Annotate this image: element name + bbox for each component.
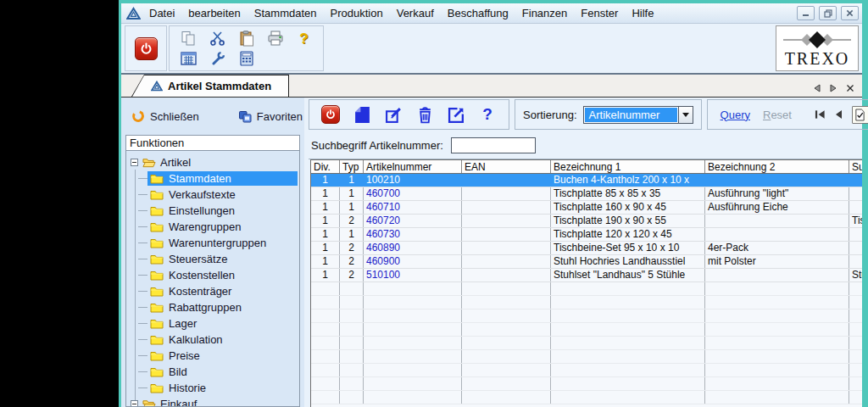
brand-logo: TREXO (776, 25, 859, 71)
table-cell (340, 377, 364, 390)
tab-artikel-stammdaten[interactable]: Artikel Stammdaten (131, 75, 289, 97)
cut-button[interactable] (209, 30, 226, 47)
table-row[interactable]: 12460900Stuhl Hochries Landhausstielmit … (311, 255, 862, 269)
tree-node-einkauf[interactable]: Einkauf (130, 396, 298, 406)
open-folder-icon (142, 157, 156, 168)
sort-dropdown-button[interactable] (678, 107, 693, 123)
table-cell: Buchen 4-Kantholz 200 x 10 x (551, 174, 705, 187)
tree-item-kostenträger[interactable]: Kostenträger (147, 283, 298, 299)
close-view-button[interactable]: Schließen (131, 109, 199, 123)
menu-item-produktion[interactable]: Produktion (324, 5, 390, 21)
tools-button[interactable] (209, 49, 226, 67)
menu-item-bearbeiten[interactable]: bearbeiten (181, 5, 247, 21)
confirm-record-button[interactable] (852, 106, 868, 124)
menu-item-verkauf[interactable]: Verkauf (390, 5, 441, 21)
tree-item-warenuntergruppen[interactable]: Warenuntergruppen (147, 235, 298, 251)
functions-tree: Artikel StammdatenVerkaufstexteEinstellu… (126, 151, 299, 406)
previous-record-icon[interactable] (833, 109, 844, 120)
query-link[interactable]: Query (721, 109, 750, 121)
tree-item-kalkulation[interactable]: Kalkulation (147, 332, 298, 348)
tree-item-preise[interactable]: Preise (147, 348, 298, 364)
tree-stub (138, 307, 147, 308)
folder-icon (150, 366, 164, 377)
collapse-box-icon[interactable] (131, 400, 138, 406)
delete-record-button[interactable] (415, 105, 434, 124)
sidebar-buttons: Schließen Favoriten (121, 108, 304, 125)
table-cell (551, 309, 705, 322)
close-record-button[interactable] (321, 105, 340, 124)
table-cell (340, 391, 364, 404)
export-record-button[interactable] (447, 105, 465, 124)
tree-item-verkaufstexte[interactable]: Verkaufstexte (147, 187, 298, 203)
table-row[interactable]: 12460720Tischplatte 190 x 90 x 55Tis (311, 215, 862, 228)
tree-node-artikel[interactable]: Artikel (130, 154, 298, 170)
menu-item-beschaffung[interactable]: Beschaffung (441, 5, 515, 21)
folder-icon (150, 318, 164, 329)
screen: DateibearbeitenStammdatenProduktionVerka… (0, 0, 868, 407)
tree-item-rabattgruppen[interactable]: Rabattgruppen (147, 299, 298, 315)
export-icon (448, 106, 465, 124)
tab-close-icon[interactable] (846, 84, 854, 92)
table-row[interactable]: 11100210Buchen 4-Kantholz 200 x 10 x (311, 174, 862, 187)
tree-item-steuersätze[interactable]: Steuersätze (147, 251, 298, 267)
table-cell: mit Polster (705, 255, 849, 268)
column-header-ean[interactable]: EAN (462, 160, 551, 173)
main-area: ? Sortierung: Artikelnummer Query (304, 98, 862, 407)
calculator-button[interactable] (237, 49, 255, 67)
table-row[interactable]: 11460730Tischplatte 120 x 120 x 45 (311, 228, 862, 242)
paste-button[interactable] (237, 30, 255, 47)
tree-item-lager[interactable]: Lager (147, 315, 298, 332)
close-icon (846, 9, 854, 17)
tab-scroll-left-icon[interactable] (814, 84, 821, 92)
search-input[interactable] (451, 137, 536, 153)
table-row[interactable]: 11460700Tischplatte 85 x 85 x 35Ausführu… (311, 187, 862, 201)
tab-scroll-right-icon[interactable] (830, 84, 837, 92)
record-help-button[interactable]: ? (478, 105, 497, 124)
table-row[interactable]: 12510100Stuhlset "Landhaus" 5 StühleStu (311, 269, 862, 282)
brand-name: TREXO (785, 50, 850, 67)
table-cell (462, 323, 551, 336)
table-cell (364, 377, 462, 390)
menu-item-fenster[interactable]: Fenster (574, 5, 625, 21)
power-button[interactable] (135, 37, 158, 60)
tree-stub (138, 339, 147, 340)
tree-item-einstellungen[interactable]: Einstellungen (147, 203, 298, 219)
tree-item-stammdaten[interactable]: Stammdaten (147, 170, 298, 187)
edit-record-button[interactable] (384, 105, 403, 124)
sort-dropdown[interactable]: Artikelnummer (583, 106, 693, 124)
column-header-artikelnummer[interactable]: Artikelnummer (364, 160, 462, 173)
calendar-button[interactable] (180, 49, 198, 67)
collapse-box-icon[interactable] (131, 159, 138, 166)
table-row[interactable]: 12460890Tischbeine-Set 95 x 10 x 104er-P… (311, 242, 862, 255)
restore-button[interactable] (819, 6, 837, 20)
copy-button[interactable] (180, 30, 198, 47)
menu-item-stammdaten[interactable]: Stammdaten (248, 5, 324, 21)
tree-item-warengruppen[interactable]: Warengruppen (147, 219, 298, 235)
table-cell (340, 337, 364, 349)
table-cell: 460890 (364, 242, 462, 254)
print-button[interactable] (266, 30, 284, 47)
column-header-su[interactable]: Su (849, 160, 862, 173)
table-cell (462, 215, 551, 227)
menu-item-hilfe[interactable]: Hilfe (625, 5, 660, 21)
menu-item-datei[interactable]: Datei (142, 5, 181, 21)
tree-item-historie[interactable]: Historie (147, 380, 298, 396)
close-button[interactable] (841, 6, 859, 20)
column-header-typ[interactable]: Typ (340, 160, 364, 173)
tree-item-bild[interactable]: Bild (147, 364, 298, 380)
table-row[interactable]: 11460710Tischplatte 160 x 90 x 45Ausführ… (311, 201, 862, 215)
column-header-bezeichnung-1[interactable]: Bezeichnung 1 (551, 160, 705, 173)
new-record-button[interactable] (353, 105, 371, 124)
table-cell (340, 364, 364, 376)
column-header-bezeichnung-2[interactable]: Bezeichnung 2 (705, 160, 849, 173)
first-record-icon[interactable] (815, 109, 826, 120)
help-button[interactable]: ? (295, 30, 313, 47)
minimize-button[interactable] (797, 6, 815, 20)
tree-item-kostenstellen[interactable]: Kostenstellen (147, 267, 298, 283)
table-cell: 1 (340, 201, 364, 214)
reset-link[interactable]: Reset (763, 109, 792, 121)
table-cell (462, 242, 551, 254)
favorites-button[interactable]: Favoriten (238, 110, 303, 123)
column-header-div-[interactable]: Div. (311, 160, 340, 173)
menu-item-finanzen[interactable]: Finanzen (515, 5, 574, 21)
